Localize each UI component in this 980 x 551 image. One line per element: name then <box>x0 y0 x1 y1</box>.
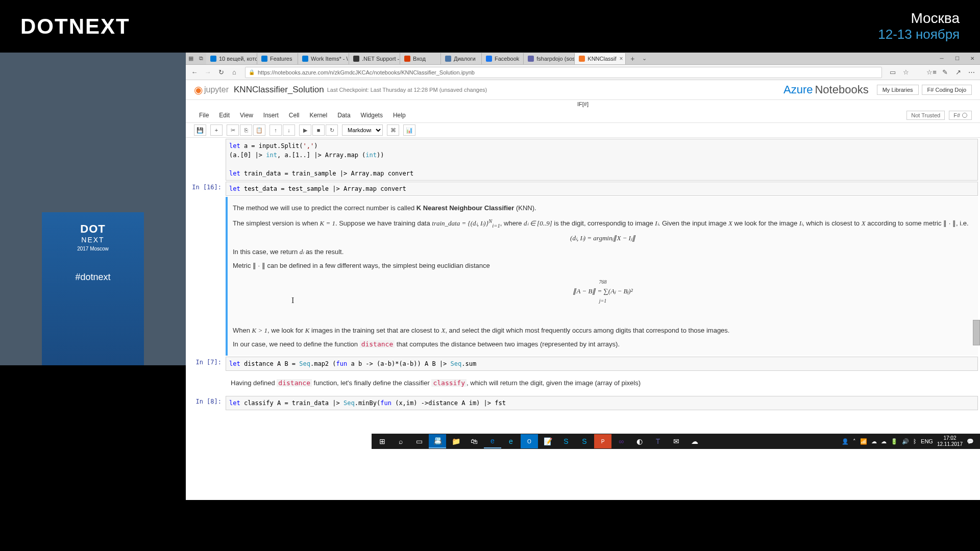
speaker-video: DOT NEXT 2017 Moscow #dotnext <box>0 53 186 365</box>
tab-2[interactable]: Work Items* - \ <box>298 53 349 64</box>
code-cell[interactable]: let a = input.Split(',') (a.[0] |> int, … <box>188 139 743 181</box>
cell-prompt: In [7]: <box>188 357 226 371</box>
menubar: File Edit View Insert Cell Kernel Data W… <box>186 108 743 123</box>
tab-5[interactable]: Диалоги <box>441 53 482 64</box>
close-icon[interactable]: × <box>617 55 623 62</box>
refresh-button[interactable]: ↻ <box>215 67 227 78</box>
move-up-button[interactable]: ↑ <box>270 124 282 136</box>
tab-label: Facebook <box>495 56 519 62</box>
tab-label: fsharpdojo (sos <box>536 56 575 62</box>
nav-bar: ← → ↻ ⌂ 🔒 https://notebooks.azure.com/n/… <box>186 65 743 80</box>
toolbar: 💾 + ✂ ⎘ 📋 ↑ ↓ ▶ ■ ↻ Markdown ⌘ 📊 <box>186 123 743 138</box>
markdown-content[interactable]: The method we will use to predict the co… <box>226 197 743 356</box>
equation: (dᵢ, Iᵢ) = argminⱼ‖X − Iⱼ‖ <box>233 233 743 244</box>
notebook-title[interactable]: KNNClassifier_Solution <box>234 85 324 95</box>
code-cell[interactable]: In [16]: let test_data = test_sample |> … <box>188 182 743 196</box>
hashtag: #dotnext <box>50 272 136 283</box>
tab-4[interactable]: Вход <box>400 53 441 64</box>
checkpoint-text: Last Checkpoint: Last Thursday at 12:28 … <box>327 87 487 93</box>
notebook-cells: let a = input.Split(',') (a.[0] |> int, … <box>186 139 743 410</box>
celltype-select[interactable]: Markdown <box>342 124 383 136</box>
code-input[interactable]: let test_data = test_sample |> Array.map… <box>226 182 743 196</box>
podium-logo-bot: NEXT <box>50 236 136 244</box>
stop-button[interactable]: ■ <box>312 124 325 136</box>
notebook-page: ◉jupyter KNNClassifier_Solution Last Che… <box>186 80 743 416</box>
menu-insert[interactable]: Insert <box>258 110 284 120</box>
notebook-subheader: IF[#] <box>186 100 743 108</box>
menu-kernel[interactable]: Kernel <box>305 110 333 120</box>
notebook-header: ◉jupyter KNNClassifier_Solution Last Che… <box>186 80 743 100</box>
tab-3[interactable]: .NET Support - <box>349 53 400 64</box>
code-cell[interactable]: In [7]: let distance A B = Seq.map2 (fun… <box>188 357 743 371</box>
tab-1[interactable]: Features <box>257 53 298 64</box>
new-tab-button[interactable]: + <box>626 55 639 63</box>
markdown-content[interactable]: Having defined distance function, let's … <box>226 372 743 395</box>
tabs-more-icon[interactable]: ⌄ <box>639 54 649 64</box>
tab-preview-icon[interactable]: ⧉ <box>196 54 206 64</box>
tab-8[interactable]: KNNClassif× <box>575 53 626 64</box>
cut-button[interactable]: ✂ <box>227 124 239 136</box>
tabs-bar: ▦ ⧉ 10 вещей, котс Features Work Items* … <box>186 53 743 65</box>
jupyter-logo: ◉jupyter <box>194 84 229 96</box>
cell-prompt: In [16]: <box>188 182 226 196</box>
menu-help[interactable]: Help <box>388 110 411 120</box>
copy-button[interactable]: ⎘ <box>240 124 252 136</box>
podium: DOT NEXT 2017 Moscow #dotnext <box>42 212 144 365</box>
url-text: https://notebooks.azure.com/n/zkGmdcJKCA… <box>258 69 475 76</box>
cell-prompt <box>188 139 226 181</box>
run-button[interactable]: ▶ <box>299 124 311 136</box>
brand-logo: DOTNEXT <box>20 14 130 39</box>
tab-6[interactable]: Facebook <box>482 53 524 64</box>
tab-label: Work Items* - \ <box>311 56 348 62</box>
tab-aside-icon[interactable]: ▦ <box>186 54 196 64</box>
tab-label: Вход <box>413 56 426 62</box>
home-button[interactable]: ⌂ <box>229 67 240 78</box>
code-input[interactable]: let a = input.Split(',') (a.[0] |> int, … <box>226 139 743 181</box>
command-palette-button[interactable]: ⌘ <box>387 124 399 136</box>
paste-button[interactable]: 📋 <box>253 124 265 136</box>
code-input[interactable]: let distance A B = Seq.map2 (fun a b -> … <box>226 357 743 371</box>
menu-file[interactable]: File <box>194 110 214 120</box>
menu-widgets[interactable]: Widgets <box>356 110 388 120</box>
chart-button[interactable]: 📊 <box>403 124 415 136</box>
lock-icon: 🔒 <box>249 69 255 75</box>
menu-data[interactable]: Data <box>332 110 355 120</box>
tab-label: Features <box>270 56 292 62</box>
tab-label: 10 вещей, котс <box>219 56 257 62</box>
tab-label: Диалоги <box>454 56 476 62</box>
menu-cell[interactable]: Cell <box>284 110 305 120</box>
cell-prompt <box>188 372 226 395</box>
forward-button[interactable]: → <box>202 67 213 78</box>
restart-button[interactable]: ↻ <box>326 124 338 136</box>
cell-prompt <box>188 197 226 356</box>
menu-view[interactable]: View <box>235 110 258 120</box>
back-button[interactable]: ← <box>189 67 200 78</box>
address-bar[interactable]: 🔒 https://notebooks.azure.com/n/zkGmdcJK… <box>245 67 743 78</box>
save-button[interactable]: 💾 <box>194 124 206 136</box>
tab-0[interactable]: 10 вещей, котс <box>206 53 257 64</box>
move-down-button[interactable]: ↓ <box>283 124 295 136</box>
tab-label: .NET Support - <box>362 56 399 62</box>
tab-7[interactable]: fsharpdojo (sos <box>524 53 575 64</box>
markdown-cell[interactable]: The method we will use to predict the co… <box>188 197 743 356</box>
markdown-cell[interactable]: Having defined distance function, let's … <box>188 372 743 395</box>
text-cursor: I <box>291 294 743 307</box>
cell-prompt: In [8]: <box>188 396 226 410</box>
add-cell-button[interactable]: + <box>210 124 223 136</box>
podium-year: 2017 Moscow <box>50 246 136 252</box>
browser-window: ▦ ⧉ 10 вещей, котс Features Work Items* … <box>186 53 743 416</box>
code-cell[interactable]: In [8]: let classify A = train_data |> S… <box>188 396 743 410</box>
podium-logo-top: DOT <box>50 222 136 236</box>
code-input[interactable]: let classify A = train_data |> Seq.minBy… <box>226 396 743 410</box>
menu-edit[interactable]: Edit <box>214 110 235 120</box>
tab-label: KNNClassif <box>587 56 616 62</box>
